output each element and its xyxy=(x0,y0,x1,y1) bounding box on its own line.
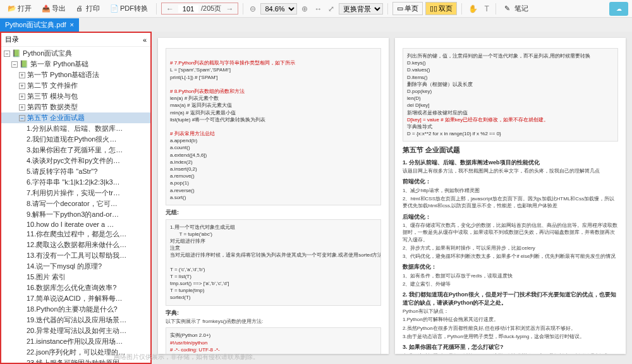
print-icon: 🖨 xyxy=(76,4,85,13)
close-icon[interactable]: × xyxy=(70,21,74,28)
open-button[interactable]: 📂打开 xyxy=(4,2,35,16)
tree-section[interactable]: +第二节 文件操作 xyxy=(1,80,150,91)
zoom-in-icon[interactable]: ⊕ xyxy=(300,4,310,13)
tab-bar: Python面试宝典.pdf × xyxy=(0,18,632,32)
tree-leaf[interactable]: 9.解释一下python3的and-or… xyxy=(1,209,150,220)
tree-root[interactable]: −📗 Python面试宝典 xyxy=(1,48,150,59)
tree-leaf[interactable]: 2.我们知道现在Python很火… xyxy=(1,134,150,145)
convert-icon: 📄 xyxy=(110,4,119,13)
note-button[interactable]: ✎笔记 xyxy=(501,2,532,16)
tree-leaf[interactable]: 19.迭代器的写法以及应用场景… xyxy=(1,315,150,325)
tab-document[interactable]: Python面试宝典.pdf × xyxy=(0,18,79,32)
tree-section-active[interactable]: −第五节 企业面试题 xyxy=(1,112,150,123)
tree-leaf[interactable]: 3.如果你困在了死循环里，怎… xyxy=(1,145,150,155)
tree-chapter[interactable]: −📗 第一章 Python基础 xyxy=(1,59,150,70)
tree-leaf[interactable]: 8.请写一个decorator，它可… xyxy=(1,198,150,209)
tree-section[interactable]: +第三节 模块与包 xyxy=(1,91,150,102)
tree-toggle-icon[interactable]: + xyxy=(19,72,25,78)
tree-leaf[interactable]: 13.有没有一个工具可以帮助我… xyxy=(1,250,150,261)
print-button[interactable]: 🖨打印 xyxy=(72,2,104,16)
tree-leaf[interactable]: 12.爬取这么数据都用来做什么… xyxy=(1,240,150,250)
page-right: 列出所有的键，值，注意得到的是一个可迭代对象，而不是列表,用的时候需要转换 D.… xyxy=(395,38,626,354)
book-icon: 📗 xyxy=(12,49,21,57)
background-select[interactable]: 更换背景 xyxy=(339,3,383,15)
toolbar: 📂打开 📤导出 🖨打印 📄PDF转换 ← /205页 → ⊖ 84.6% ⊕ ↔… xyxy=(0,0,632,18)
single-page-button[interactable]: ▭单页 xyxy=(392,2,423,15)
text-tool-icon[interactable]: T xyxy=(482,4,490,13)
tab-title: Python面试宝典.pdf xyxy=(5,20,66,30)
tree-section[interactable]: +第四节 数据类型 xyxy=(1,102,150,112)
page-total: /205页 xyxy=(201,4,221,13)
double-page-icon: ▯▯ xyxy=(430,4,437,13)
page-content: # 7.Python列表的截取与字符串操作类型相同，如下所示 L = ['spa… xyxy=(152,32,632,364)
convert-button[interactable]: 📄PDF转换 xyxy=(106,2,152,16)
folder-icon: 📂 xyxy=(8,4,16,13)
hand-tool-icon[interactable]: ✋ xyxy=(466,4,480,13)
tree-toggle-icon[interactable]: − xyxy=(11,61,18,68)
zoom-out-icon[interactable]: ⊖ xyxy=(248,4,258,13)
tree-leaf[interactable]: 20.异常处理写法以及如何主动… xyxy=(1,325,150,336)
book-icon: 📗 xyxy=(20,60,28,68)
outline-sidebar: 目录« −📗 Python面试宝典 −📗 第一章 Python基础 +第一节 P… xyxy=(0,32,152,364)
tree-leaf[interactable]: 14.说一下mysql 的原理? xyxy=(1,261,150,272)
fit-width-icon[interactable]: ↔ xyxy=(312,4,324,13)
footer-watermark: 网络图片仅供展示，非存储，如有侵权请联系删除。 xyxy=(114,353,259,361)
tree-toggle-icon[interactable]: − xyxy=(4,51,10,57)
tree-leaf[interactable]: 1.分别从前端、后端、数据库… xyxy=(1,123,150,134)
tree-leaf[interactable]: 21.isinstance作用以及应用场… xyxy=(1,336,150,347)
tree-toggle-icon[interactable]: + xyxy=(19,94,25,100)
page-left: # 7.Python列表的截取与字符串操作类型相同，如下所示 L = ['spa… xyxy=(158,38,389,354)
export-icon: 📤 xyxy=(42,4,51,13)
fit-page-icon[interactable]: ⤢ xyxy=(326,4,336,13)
single-page-icon: ▭ xyxy=(397,4,403,13)
tree-toggle-icon[interactable]: + xyxy=(19,104,25,111)
tree-leaf[interactable]: 16.数据库怎么优化查询效率? xyxy=(1,282,150,293)
outline-tree: −📗 Python面试宝典 −📗 第一章 Python基础 +第一节 Pytho… xyxy=(1,47,150,364)
page-navigation: ← /205页 → xyxy=(161,3,238,15)
tree-leaf[interactable]: 17.简单说说ACID，并解释每… xyxy=(1,293,150,304)
export-button[interactable]: 📤导出 xyxy=(38,2,70,16)
sidebar-header: 目录 xyxy=(5,35,19,44)
tree-leaf[interactable]: 18.Python的主要功能是什么? xyxy=(1,304,150,315)
tree-leaf[interactable]: 15.图片 索引 xyxy=(1,272,150,282)
zoom-select[interactable]: 84.6% xyxy=(260,3,297,15)
page-prev-arrow[interactable]: ← xyxy=(164,4,176,13)
tree-leaf[interactable]: 11.你在爬虫过程中，都是怎么… xyxy=(1,229,150,240)
tree-leaf[interactable]: 6.字符串串 "k:1|k1:2|k2:3|k3… xyxy=(1,177,150,188)
tree-leaf[interactable]: 10.how do I iterate over a … xyxy=(1,220,150,229)
note-icon: ✎ xyxy=(504,4,513,13)
tree-section[interactable]: +第一节 Python基础语法 xyxy=(1,70,150,80)
sidebar-collapse-icon[interactable]: « xyxy=(143,36,147,44)
cloud-badge[interactable]: ☁ xyxy=(609,2,628,16)
tree-leaf[interactable]: 7.利用切片操作，实现一个tr… xyxy=(1,188,150,198)
double-page-button[interactable]: ▯▯双页 xyxy=(425,2,457,15)
page-input[interactable] xyxy=(178,5,198,13)
page-next-arrow[interactable]: → xyxy=(224,4,235,13)
tree-leaf[interactable]: 5.请反转字符串 "aStr"? xyxy=(1,166,150,177)
tree-toggle-icon[interactable]: + xyxy=(19,83,25,89)
tree-toggle-icon[interactable]: − xyxy=(19,115,25,121)
tree-leaf[interactable]: 4.谈谈对pyc文件和py文件的… xyxy=(1,155,150,166)
